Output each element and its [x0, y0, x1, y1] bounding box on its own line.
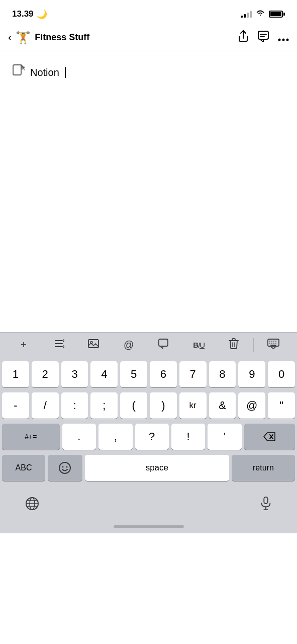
battery-icon [269, 11, 285, 18]
key-slash[interactable]: / [32, 392, 59, 419]
trash-icon [229, 338, 239, 352]
svg-rect-32 [264, 497, 267, 504]
key-0[interactable]: 0 [268, 361, 295, 387]
key-open-paren[interactable]: ( [120, 392, 147, 419]
globe-button[interactable] [25, 497, 39, 513]
comment-toolbar-icon [158, 339, 169, 351]
back-button[interactable]: ‹ [8, 29, 16, 46]
symbol-row: - / : ; ( ) kr & @ " [2, 392, 295, 419]
comment-icon[interactable] [258, 31, 269, 45]
key-minus[interactable]: - [2, 392, 29, 419]
key-4[interactable]: 4 [90, 361, 118, 387]
more-icon[interactable] [278, 31, 289, 44]
key-5[interactable]: 5 [120, 361, 147, 387]
toolbar-hide-keyboard-button[interactable] [256, 339, 291, 351]
page-title: Fitness Stuff [35, 32, 89, 43]
key-period[interactable]: . [62, 424, 96, 450]
key-apostrophe[interactable]: ' [208, 424, 241, 450]
toolbar-divider [253, 338, 254, 352]
bottom-row: ABC space return [2, 455, 295, 481]
toolbar-image-button[interactable] [76, 339, 112, 351]
reorder-icon [53, 339, 64, 351]
notebook-emoji: 🏋️ [16, 31, 31, 45]
key-colon[interactable]: : [61, 392, 88, 419]
toolbar-delete-button[interactable] [217, 338, 252, 352]
signal-icon [241, 11, 252, 18]
toolbar-reorder-button[interactable] [41, 339, 76, 351]
symbols-toggle-button[interactable]: #+= [2, 424, 60, 450]
toolbar-formatting-button[interactable]: BIU [181, 341, 217, 349]
moon-icon: 🌙 [37, 9, 47, 20]
image-icon [88, 339, 99, 351]
plus-icon: + [21, 339, 27, 351]
formatting-icon: BIU [193, 341, 205, 349]
svg-point-25 [62, 466, 64, 468]
key-7[interactable]: 7 [179, 361, 207, 387]
abc-key[interactable]: ABC [2, 455, 45, 481]
key-8[interactable]: 8 [209, 361, 236, 387]
nav-bar: ‹ 🏋️ Fitness Stuff [0, 25, 297, 50]
status-time: 13.39 🌙 [12, 9, 47, 20]
svg-rect-9 [159, 339, 168, 346]
space-key[interactable]: space [85, 455, 229, 481]
notion-text: Notion [30, 67, 59, 78]
key-3[interactable]: 3 [61, 361, 88, 387]
status-bar: 13.39 🌙 [0, 0, 297, 25]
microphone-button[interactable] [260, 497, 272, 513]
svg-point-3 [278, 38, 281, 41]
keyboard-hide-icon [267, 339, 279, 351]
at-icon: @ [124, 339, 134, 351]
key-exclamation[interactable]: ! [171, 424, 205, 450]
return-key[interactable]: return [232, 455, 295, 481]
mixed-row: #+= . , ? ! ' [2, 424, 295, 450]
status-icons [241, 10, 285, 19]
svg-point-4 [282, 38, 285, 41]
text-cursor [65, 67, 66, 78]
svg-point-24 [59, 462, 70, 473]
svg-rect-6 [13, 65, 21, 75]
nav-title-area: 🏋️ Fitness Stuff [16, 31, 238, 45]
toolbar-plus-button[interactable]: + [6, 339, 41, 351]
key-quote[interactable]: " [268, 392, 295, 419]
key-1[interactable]: 1 [2, 361, 29, 387]
content-area[interactable]: Notion [0, 50, 297, 332]
svg-rect-0 [258, 31, 268, 39]
key-2[interactable]: 2 [32, 361, 59, 387]
number-row: 1 2 3 4 5 6 7 8 9 0 [2, 361, 295, 387]
key-9[interactable]: 9 [238, 361, 265, 387]
key-question[interactable]: ? [135, 424, 169, 450]
home-indicator [0, 519, 297, 533]
file-link-icon [12, 64, 25, 80]
time-text: 13.39 [12, 9, 34, 19]
svg-point-26 [66, 466, 68, 468]
key-comma[interactable]: , [98, 424, 132, 450]
emoji-key[interactable] [48, 455, 82, 481]
key-6[interactable]: 6 [150, 361, 177, 387]
keyboard-toolbar: + @ [0, 332, 297, 357]
svg-point-5 [286, 38, 289, 41]
delete-key[interactable] [244, 424, 295, 450]
nav-actions [238, 30, 289, 45]
wifi-icon [256, 10, 265, 19]
keyboard[interactable]: 1 2 3 4 5 6 7 8 9 0 - / : ; ( ) kr & @ "… [0, 357, 297, 488]
toolbar-at-button[interactable]: @ [111, 339, 146, 351]
bottom-bar [0, 488, 297, 519]
key-at[interactable]: @ [238, 392, 265, 419]
notion-link-item: Notion [12, 64, 285, 80]
toolbar-comment-button[interactable] [146, 339, 181, 351]
home-bar [114, 525, 184, 528]
key-ampersand[interactable]: & [209, 392, 236, 419]
share-icon[interactable] [238, 30, 249, 45]
key-semicolon[interactable]: ; [90, 392, 118, 419]
key-kr[interactable]: kr [179, 392, 207, 419]
key-close-paren[interactable]: ) [150, 392, 177, 419]
